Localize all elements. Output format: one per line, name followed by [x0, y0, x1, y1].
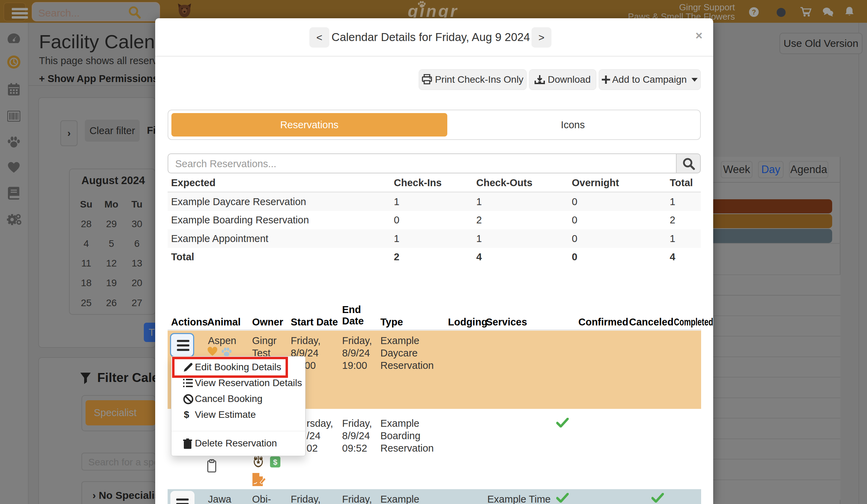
svg-text:$: $ [273, 458, 277, 466]
svg-text:?: ? [752, 8, 756, 16]
